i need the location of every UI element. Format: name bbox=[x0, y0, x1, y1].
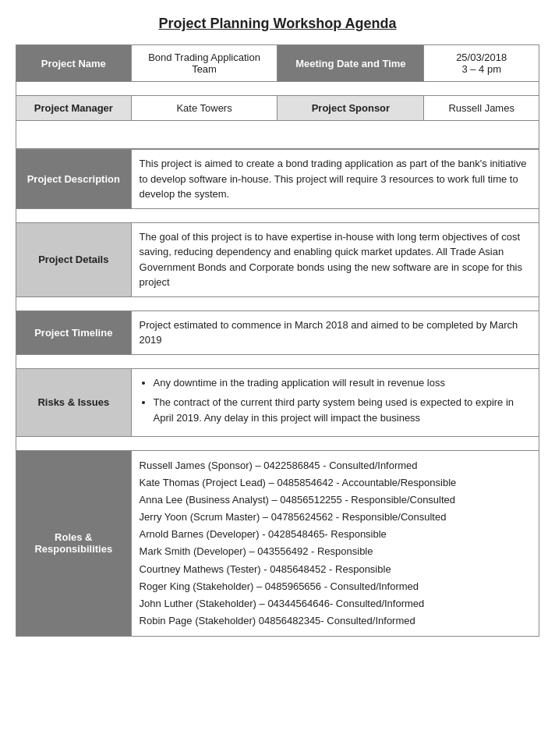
section-label-details: Project Details bbox=[16, 222, 132, 296]
section-label-risks: Risks & Issues bbox=[16, 368, 132, 437]
role-item-7: Roger King (Stakeholder) – 0485965656 - … bbox=[140, 578, 531, 595]
role-item-0: Russell James (Sponsor) – 0422586845 - C… bbox=[140, 457, 531, 474]
header-row: Project Name Bond Trading Application Te… bbox=[16, 45, 539, 82]
sponsor-value: Russell James bbox=[424, 96, 539, 121]
risk-item-1: Any downtime in the trading application … bbox=[154, 375, 531, 391]
spacer-row-3 bbox=[16, 135, 539, 149]
sections-table: Project Description This project is aime… bbox=[16, 149, 539, 637]
role-item-9: Robin Page (Stakeholder) 04856482345- Co… bbox=[140, 612, 531, 630]
role-item-1: Kate Thomas (Project Lead) – 0485854642 … bbox=[140, 474, 531, 492]
section-label-roles: Roles & Responsibilities bbox=[16, 451, 132, 637]
meeting-label: Meeting Date and Time bbox=[278, 45, 424, 82]
roles-list: Russell James (Sponsor) – 0422586845 - C… bbox=[140, 457, 531, 630]
section-row-details: Project Details The goal of this project… bbox=[16, 222, 539, 296]
spacer-6 bbox=[16, 354, 539, 368]
section-content-description: This project is aimed to create a bond t… bbox=[131, 150, 539, 209]
role-item-4: Arnold Barnes (Developer) - 0428548465- … bbox=[140, 526, 531, 543]
spacer-5 bbox=[16, 296, 539, 311]
role-item-3: Jerry Yoon (Scrum Master) – 04785624562 … bbox=[140, 509, 531, 526]
spacer-row-1 bbox=[16, 82, 539, 96]
section-label-description: Project Description bbox=[16, 150, 132, 209]
spacer-7 bbox=[16, 437, 539, 451]
spacer-row-2 bbox=[16, 121, 539, 135]
spacer-4 bbox=[16, 208, 539, 222]
section-row-roles: Roles & Responsibilities Russell James (… bbox=[16, 451, 539, 637]
role-item-6: Courtney Mathews (Tester) - 0485648452 -… bbox=[140, 561, 531, 578]
role-item-5: Mark Smith (Developer) – 043556492 - Res… bbox=[140, 543, 531, 560]
sponsor-label: Project Sponsor bbox=[278, 96, 424, 121]
main-table: Project Name Bond Trading Application Te… bbox=[16, 44, 539, 149]
section-row-risks: Risks & Issues Any downtime in the tradi… bbox=[16, 368, 539, 437]
manager-row: Project Manager Kate Towers Project Spon… bbox=[16, 96, 539, 121]
project-name-label: Project Name bbox=[16, 45, 132, 82]
section-row-timeline: Project Timeline Project estimated to co… bbox=[16, 311, 539, 354]
page-title: Project Planning Workshop Agenda bbox=[16, 16, 539, 32]
role-item-8: John Luther (Stakeholder) – 04344564646-… bbox=[140, 595, 531, 612]
manager-value: Kate Towers bbox=[131, 96, 278, 121]
project-name-value: Bond Trading Application Team bbox=[131, 45, 278, 82]
risk-item-2: The contract of the current third party … bbox=[154, 395, 531, 425]
role-item-2: Anna Lee (Business Analyst) – 0485651225… bbox=[140, 492, 531, 509]
section-content-timeline: Project estimated to commence in March 2… bbox=[131, 311, 539, 354]
section-content-details: The goal of this project is to have expe… bbox=[131, 222, 539, 296]
section-row-description: Project Description This project is aime… bbox=[16, 150, 539, 209]
section-content-roles: Russell James (Sponsor) – 0422586845 - C… bbox=[131, 451, 539, 637]
section-content-risks: Any downtime in the trading application … bbox=[131, 368, 539, 437]
section-label-timeline: Project Timeline bbox=[16, 311, 132, 354]
meeting-value: 25/03/2018 3 – 4 pm bbox=[424, 45, 539, 82]
manager-label: Project Manager bbox=[16, 96, 132, 121]
risks-list: Any downtime in the trading application … bbox=[154, 375, 531, 426]
